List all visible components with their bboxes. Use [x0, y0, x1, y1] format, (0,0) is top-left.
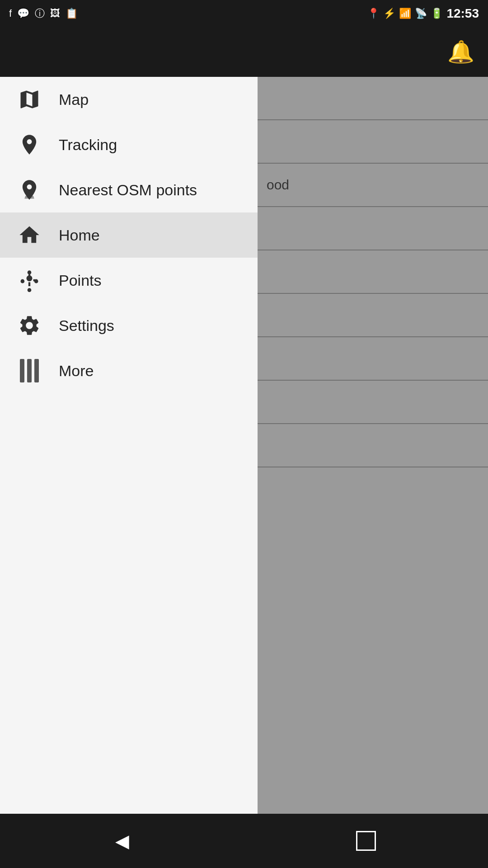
nearest-osm-label: Nearest OSM points	[59, 181, 197, 199]
points-icon	[14, 264, 45, 296]
tracking-label: Tracking	[59, 136, 117, 154]
status-time: 12:53	[446, 6, 479, 21]
home-button[interactable]	[339, 823, 393, 859]
sidebar-item-more[interactable]: More	[0, 348, 258, 393]
content-row-6	[258, 294, 488, 337]
more-label: More	[59, 362, 94, 380]
content-row-1	[258, 77, 488, 120]
header-bar: 🔔	[0, 27, 488, 77]
signal-icon: 📡	[415, 8, 427, 19]
info-icon: ⓘ	[35, 7, 45, 20]
map-icon	[14, 84, 45, 115]
bluetooth-icon: ⚡	[383, 8, 395, 19]
settings-label: Settings	[59, 317, 114, 335]
status-bar: f 💬 ⓘ 🖼 📋 📍 ⚡ 📶 📡 🔋 12:53	[0, 0, 488, 27]
sidebar-item-settings[interactable]: Settings	[0, 303, 258, 348]
home-icon	[14, 219, 45, 251]
wifi-icon: 📶	[399, 8, 411, 19]
location-icon: 📍	[367, 8, 380, 19]
messenger-icon: 💬	[17, 8, 29, 19]
battery-icon: 🔋	[431, 8, 443, 19]
more-icon	[14, 355, 45, 387]
image-icon: 🖼	[50, 8, 60, 19]
sidebar-item-tracking[interactable]: Tracking	[0, 122, 258, 167]
settings-icon	[14, 310, 45, 341]
status-bar-left: f 💬 ⓘ 🖼 📋	[9, 7, 78, 20]
content-row-4	[258, 207, 488, 250]
tracking-icon	[14, 129, 45, 160]
content-row-8	[258, 381, 488, 424]
content-row-3: ood	[258, 164, 488, 207]
content-text-ood: ood	[267, 177, 289, 193]
home-label: Home	[59, 226, 100, 244]
bell-icon[interactable]: 🔔	[447, 39, 474, 65]
points-label: Points	[59, 272, 102, 289]
sidebar-item-map[interactable]: Map	[0, 77, 258, 122]
svg-point-0	[27, 275, 33, 281]
content-row-9	[258, 424, 488, 467]
sidebar-item-nearest-osm[interactable]: Nearest OSM points	[0, 167, 258, 212]
sidebar-item-points[interactable]: Points	[0, 258, 258, 303]
content-background: ood	[258, 77, 488, 814]
back-button[interactable]: ◀	[95, 823, 149, 859]
clipboard-icon: 📋	[66, 8, 78, 19]
content-row-5	[258, 250, 488, 294]
navigation-drawer: Map Tracking Nearest OSM points Home	[0, 77, 258, 814]
map-label: Map	[59, 91, 89, 108]
back-icon: ◀	[115, 830, 129, 851]
nearest-osm-icon	[14, 174, 45, 206]
bottom-navigation-bar: ◀	[0, 814, 488, 868]
content-row-7	[258, 337, 488, 381]
status-bar-right: 📍 ⚡ 📶 📡 🔋 12:53	[367, 6, 479, 21]
home-nav-icon	[356, 831, 376, 851]
sidebar-item-home[interactable]: Home	[0, 212, 258, 258]
content-row-2	[258, 120, 488, 164]
facebook-icon: f	[9, 8, 12, 19]
